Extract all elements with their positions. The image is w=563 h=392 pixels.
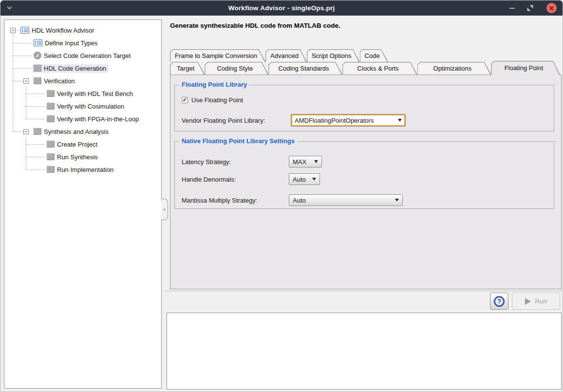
tab-label: Coding Standards bbox=[274, 65, 338, 72]
tree-item-content: Verify with HDL Test Bench bbox=[46, 90, 135, 98]
tree-item-label: HDL Code Generation bbox=[44, 65, 106, 72]
tree-item-verify-with-hdl-test-bench[interactable]: Verify with HDL Test Bench bbox=[4, 87, 161, 100]
tree-item-content: HDL Workflow Advisor bbox=[19, 26, 96, 35]
run-button-label: Run bbox=[535, 298, 547, 305]
check-circle-icon: ✓ bbox=[34, 52, 41, 59]
tab-frame-to-sample-conversion[interactable]: Frame to Sample Conversion bbox=[170, 49, 265, 62]
vendor-library-dropdown[interactable]: AMDFloatingPointOperators bbox=[291, 114, 406, 127]
status-output-area[interactable] bbox=[167, 313, 562, 390]
task-square-icon bbox=[47, 90, 55, 97]
tree-item-synthesis-and-analysis[interactable]: Synthesis and Analysis bbox=[4, 125, 161, 138]
tab-label: Advanced bbox=[265, 52, 307, 59]
task-square-icon bbox=[34, 77, 41, 84]
help-button[interactable]: ? bbox=[490, 293, 508, 310]
tab-label: Target bbox=[172, 65, 203, 72]
group-title: Floating Point Library bbox=[179, 81, 249, 88]
tree-item-verify-with-fpga-in-the-loop[interactable]: Verify with FPGA-in-the-Loop bbox=[4, 112, 161, 125]
tree-item-selected-content: HDL Code Generation bbox=[33, 64, 108, 73]
help-question-icon: ? bbox=[494, 297, 504, 306]
tree-item-run-synthesis[interactable]: Run Synthesis bbox=[4, 150, 161, 163]
tree-item-label: HDL Workflow Advisor bbox=[32, 27, 94, 34]
task-description: Generate synthesizable HDL code from MAT… bbox=[170, 22, 340, 29]
task-square-icon bbox=[34, 65, 41, 72]
action-button-row: ? Run bbox=[490, 293, 560, 310]
tab-optimizations[interactable]: Optimizations bbox=[417, 62, 491, 75]
main-panel: Generate synthesizable HDL code from MAT… bbox=[165, 19, 562, 392]
tab-coding-standards[interactable]: Coding Standards bbox=[268, 62, 342, 75]
tab-label: Clocks & Ports bbox=[353, 65, 407, 72]
tab-code[interactable]: Code bbox=[360, 49, 388, 62]
task-square-icon bbox=[47, 153, 55, 160]
dropdown-arrow-icon bbox=[312, 178, 316, 181]
tree-item-content: Run Implementation bbox=[46, 166, 115, 174]
tab-row-upper: Frame to Sample ConversionAdvancedScript… bbox=[170, 49, 388, 62]
tab-advanced[interactable]: Advanced bbox=[265, 49, 307, 62]
tree-expander-minus-icon[interactable] bbox=[23, 129, 29, 134]
tree-item-label: Verify with Cosimulation bbox=[57, 103, 124, 110]
tree-item-define-input-types[interactable]: Define Input Types bbox=[4, 37, 161, 49]
vendor-library-value: AMDFloatingPointOperators bbox=[295, 117, 374, 124]
tab-row-lower: TargetCoding StyleCoding StandardsClocks… bbox=[170, 62, 560, 75]
tab-label: Coding Style bbox=[212, 65, 261, 72]
tab-target[interactable]: Target bbox=[170, 62, 205, 75]
tree-item-create-project[interactable]: Create Project bbox=[4, 138, 161, 150]
window-title: Workflow Advisor - singleOps.prj bbox=[0, 4, 563, 12]
task-square-icon bbox=[47, 141, 55, 148]
tab-script-options[interactable]: Script Options bbox=[307, 49, 360, 62]
latency-strategy-value: MAX bbox=[293, 158, 306, 166]
latency-strategy-dropdown[interactable]: MAX bbox=[289, 156, 322, 168]
tree-item-content: Define Input Types bbox=[33, 39, 99, 47]
vendor-library-label: Vendor Floating Point Library: bbox=[182, 117, 291, 124]
minimize-icon[interactable] bbox=[509, 8, 515, 9]
tree-item-verification[interactable]: Verification bbox=[4, 75, 161, 87]
tree-item-content: Verification bbox=[33, 77, 77, 85]
tree-guide-line bbox=[26, 86, 26, 119]
handle-denormals-label: Handle Denormals: bbox=[182, 176, 289, 183]
mantissa-multiply-dropdown[interactable]: Auto bbox=[289, 194, 403, 206]
tree-item-hdl-code-generation[interactable]: HDL Code Generation bbox=[4, 62, 161, 75]
task-list-icon bbox=[20, 27, 29, 34]
window-menu-chevron-down-icon[interactable] bbox=[8, 6, 12, 10]
run-button[interactable]: Run bbox=[512, 293, 560, 310]
mantissa-multiply-label: Mantissa Multiply Strategy: bbox=[182, 197, 289, 204]
tab-label: Floating Point bbox=[500, 64, 552, 72]
tab-clocks-ports[interactable]: Clocks & Ports bbox=[342, 62, 417, 75]
task-square-icon bbox=[47, 115, 55, 122]
tree-item-label: Define Input Types bbox=[45, 39, 97, 47]
dropdown-arrow-icon bbox=[395, 199, 399, 202]
mantissa-multiply-value: Auto bbox=[293, 197, 306, 204]
task-list-icon bbox=[34, 39, 42, 46]
tree-item-label: Select Code Generation Target bbox=[44, 52, 131, 59]
tree-item-label: Create Project bbox=[57, 141, 97, 148]
tab-coding-style[interactable]: Coding Style bbox=[205, 62, 268, 75]
use-floating-point-checkbox[interactable]: ✓ bbox=[182, 97, 188, 103]
tree-item-label: Verify with HDL Test Bench bbox=[57, 90, 133, 97]
tree-item-hdl-workflow-advisor[interactable]: HDL Workflow Advisor bbox=[4, 24, 161, 37]
tree-item-run-implementation[interactable]: Run Implementation bbox=[4, 163, 161, 176]
tab-floating-point[interactable]: Floating Point bbox=[491, 61, 560, 75]
workflow-tree: HDL Workflow AdvisorDefine Input Types✓S… bbox=[4, 20, 161, 176]
native-floating-point-settings-group: Native Floating Point Library Settings L… bbox=[174, 141, 554, 209]
handle-denormals-dropdown[interactable]: Auto bbox=[289, 173, 320, 185]
workflow-tree-panel: HDL Workflow AdvisorDefine Input Types✓S… bbox=[4, 19, 162, 389]
play-icon bbox=[525, 298, 531, 305]
tree-guide-line bbox=[26, 138, 26, 169]
tree-guide-line bbox=[13, 35, 13, 131]
tree-expander-minus-icon[interactable] bbox=[23, 78, 29, 84]
tree-item-label: Run Implementation bbox=[57, 166, 113, 173]
tree-item-verify-with-cosimulation[interactable]: Verify with Cosimulation bbox=[4, 100, 161, 112]
tab-label: Frame to Sample Conversion bbox=[170, 52, 265, 59]
tree-item-content: ✓Select Code Generation Target bbox=[33, 51, 132, 60]
restore-icon[interactable] bbox=[527, 5, 533, 11]
tree-item-label: Verification bbox=[44, 77, 75, 85]
tree-item-label: Run Synthesis bbox=[57, 153, 98, 161]
tree-expander-minus-icon[interactable] bbox=[10, 28, 16, 33]
tree-item-content: Synthesis and Analysis bbox=[33, 128, 111, 136]
close-icon[interactable] bbox=[546, 3, 557, 13]
dropdown-arrow-icon bbox=[398, 119, 402, 122]
floating-point-tab-panel: Floating Point Library ✓ Use Floating Po… bbox=[170, 75, 562, 289]
tab-label: Script Options bbox=[307, 52, 360, 59]
tree-item-label: Synthesis and Analysis bbox=[44, 128, 109, 135]
tree-item-content: Verify with FPGA-in-the-Loop bbox=[46, 115, 141, 123]
tree-item-select-code-generation-target[interactable]: ✓Select Code Generation Target bbox=[4, 49, 161, 62]
